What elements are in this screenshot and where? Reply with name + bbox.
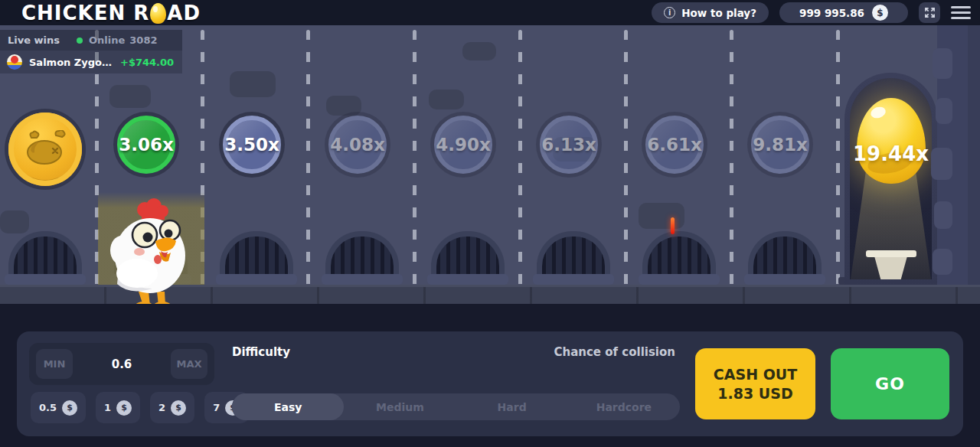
collected-coin (8, 113, 82, 186)
multiplier-tile: 9.81x (751, 116, 809, 174)
wall-brick (931, 148, 952, 180)
online-label: Online (89, 34, 125, 46)
go-button[interactable]: GO (831, 348, 949, 419)
difficulty-label: Difficulty (232, 345, 290, 359)
header-controls: i How to play? 999 995.86 $ (652, 2, 971, 23)
online-count: 3082 (129, 34, 157, 46)
road-patch (462, 42, 496, 60)
road-patch (326, 96, 361, 116)
live-win-entry: Salmon Zygo… +$744.00 (0, 51, 182, 73)
player-avatar (7, 54, 22, 70)
sewer-grate (325, 231, 399, 274)
dollar-coin-icon: $ (116, 400, 132, 416)
road-patch (109, 85, 151, 108)
tab-medium[interactable]: Medium (344, 393, 456, 420)
difficulty-tabs: Easy Medium Hard Hardcore (232, 393, 680, 420)
balance-value: 999 995.86 (799, 7, 864, 19)
grate-base (216, 274, 297, 285)
multiplier-tile-active: 3.06x (117, 116, 175, 174)
multiplier-value: 6.13x (541, 135, 596, 155)
sewer-grate (642, 231, 716, 274)
quick-bet-value: 2 (158, 402, 165, 413)
grate-base (5, 274, 86, 285)
currency-coin-icon: $ (872, 5, 888, 21)
bet-amount-value[interactable]: 0.6 (112, 357, 132, 371)
max-bet-button[interactable]: MAX (171, 349, 207, 379)
wall-brick (936, 98, 952, 124)
wall-brick (933, 249, 952, 275)
grate-base (744, 274, 825, 285)
laser-spark (671, 217, 675, 234)
grate-base (322, 274, 403, 285)
fullscreen-button[interactable] (919, 2, 940, 23)
win-amount: +$744.00 (120, 57, 174, 68)
bottom-area: MIN 0.6 MAX 0.5 $ 1 $ 2 $ 7 (0, 304, 980, 447)
bet-amount-box: MIN 0.6 MAX (29, 343, 214, 385)
live-wins-header: Live wins Online 3082 (0, 30, 182, 51)
fullscreen-expand-icon (924, 7, 936, 18)
multiplier-tile: 4.90x (434, 116, 492, 174)
multiplier-value: 9.81x (753, 135, 808, 155)
grate-base (533, 274, 614, 285)
golden-egg (857, 98, 926, 184)
sewer-grate (220, 231, 293, 274)
min-bet-button[interactable]: MIN (36, 349, 73, 379)
road-patch (639, 203, 684, 229)
alcove-interior: 19.44x (850, 78, 932, 279)
quick-bet-row: 0.5 $ 1 $ 2 $ 7 $ (31, 392, 249, 423)
chicken-road-app: CHICKEN RAD i How to play? 999 995.86 $ (0, 0, 980, 447)
header-bar: CHICKEN RAD i How to play? 999 995.86 $ (0, 0, 980, 25)
how-to-play-label: How to play? (681, 7, 756, 19)
lane-divider (836, 30, 840, 285)
wall-brick (934, 201, 952, 229)
tab-hard[interactable]: Hard (456, 393, 568, 420)
tab-hardcore[interactable]: Hardcore (568, 393, 680, 420)
lane-divider (518, 30, 522, 285)
quick-bet-button-1[interactable]: 1 $ (96, 392, 140, 423)
multiplier-value: 6.61x (647, 135, 702, 155)
multiplier-value: 3.50x (224, 135, 279, 155)
multiplier-value: 3.06x (119, 135, 174, 155)
game-scene: 3.06x 3.50x 4.08x 4.90x 6.13x 6.61x 9.81… (0, 25, 980, 304)
sewer-grate (8, 231, 82, 274)
dollar-coin-icon: $ (62, 400, 77, 416)
logo-text-suffix: AD (167, 2, 201, 24)
lane-divider (624, 30, 628, 285)
road-patch (0, 210, 29, 233)
roast-chicken-icon (21, 130, 70, 168)
road-patch (230, 71, 276, 97)
multiplier-tile: 4.08x (328, 116, 387, 174)
info-icon: i (664, 7, 675, 18)
sewer-grate (748, 231, 822, 274)
quick-bet-value: 1 (104, 402, 111, 413)
quick-bet-button-2[interactable]: 2 $ (150, 392, 194, 423)
multiplier-tile-next: 3.50x (223, 116, 281, 174)
balance-display[interactable]: 999 995.86 $ (779, 2, 908, 23)
quick-bet-value: 7 (213, 402, 220, 413)
lane-divider (306, 30, 310, 285)
quick-bet-button-0.5[interactable]: 0.5 $ (31, 392, 86, 423)
lane-divider (730, 30, 733, 285)
menu-button[interactable] (951, 2, 971, 23)
tab-easy[interactable]: Easy (232, 393, 344, 420)
game-logo: CHICKEN RAD (21, 0, 201, 25)
final-multiplier-value: 19.44x (853, 142, 929, 165)
egg-pedestal (866, 250, 916, 279)
live-wins-title: Live wins (8, 34, 60, 46)
sewer-grate (537, 231, 610, 274)
multiplier-tile: 6.61x (645, 116, 704, 174)
how-to-play-button[interactable]: i How to play? (652, 2, 769, 23)
live-wins-panel: Live wins Online 3082 Salmon Zygo… +$744… (0, 30, 182, 73)
grate-base (427, 274, 508, 285)
quick-bet-value: 0.5 (39, 402, 57, 413)
multiplier-value: 4.08x (330, 135, 385, 155)
logo-text-prefix: CHICKEN R (21, 2, 149, 24)
sewer-grate (431, 231, 505, 274)
chicken-character (104, 195, 198, 304)
chance-of-collision-label: Chance of collision (446, 345, 675, 359)
wall-brick (933, 48, 952, 79)
cash-out-label: CASH OUT (714, 366, 797, 383)
road-patch (429, 90, 464, 109)
logo-egg-icon (150, 3, 166, 24)
cash-out-button[interactable]: CASH OUT 1.83 USD (695, 348, 815, 419)
